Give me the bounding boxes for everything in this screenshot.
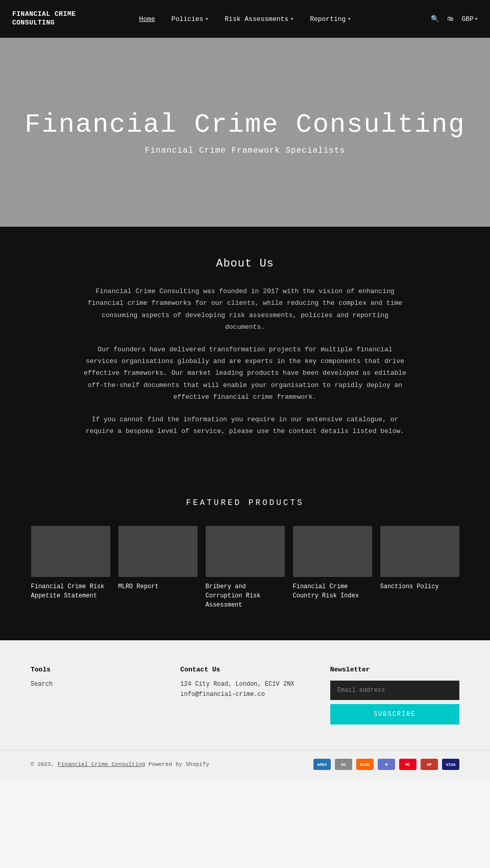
about-para-3: If you cannot find the information you r…: [82, 414, 408, 438]
nav-risk-assessments[interactable]: Risk Assessments ▾: [225, 15, 293, 23]
nav-right: 🔍 🛍 GBP ▾: [431, 15, 478, 23]
mastercard-icon: MC: [399, 759, 416, 770]
tools-search-link[interactable]: Search: [31, 681, 160, 688]
about-para-2: Our founders have delivered transformati…: [82, 344, 408, 403]
product-title-2: Bribery and Corruption Risk Assessment: [206, 582, 285, 610]
newsletter-heading: Newsletter: [330, 666, 459, 673]
search-icon[interactable]: 🔍: [431, 15, 439, 23]
copyright-text: © 2023, Financial Crime Consulting Power…: [31, 761, 209, 767]
hero-subtitle: Financial Crime Framework Specialists: [145, 146, 345, 155]
product-card-2[interactable]: Bribery and Corruption Risk Assessment: [206, 526, 285, 610]
visa-icon: VISA: [442, 759, 459, 770]
discover-icon: DISC: [356, 759, 374, 770]
reporting-chevron-icon: ▾: [348, 16, 351, 22]
footer-newsletter: Newsletter SUBSCRIBE: [330, 666, 459, 725]
nav-links: Home Policies ▾ Risk Assessments ▾ Repor…: [139, 15, 351, 23]
footer-tools: Tools Search: [31, 666, 160, 725]
about-para-1: Financial Crime Consulting was founded i…: [82, 285, 408, 333]
product-title-0: Financial Crime Risk Appetite Statement: [31, 582, 110, 600]
unionpay-icon: UP: [421, 759, 438, 770]
product-title-1: MLRO Report: [118, 582, 198, 591]
nav-home[interactable]: Home: [139, 15, 155, 23]
products-grid: Financial Crime Risk Appetite Statement …: [20, 526, 470, 610]
product-card-3[interactable]: Financial Crime Country Risk Index: [293, 526, 372, 610]
featured-heading: FEATURED PRODUCTS: [20, 498, 470, 508]
brand-logo[interactable]: FINANCIAL CRIME CONSULTING: [12, 10, 99, 28]
contact-heading: Contact Us: [180, 666, 309, 673]
hero-section: Financial Crime Consulting Financial Cri…: [0, 38, 490, 227]
product-image-3: [293, 526, 372, 577]
navbar: FINANCIAL CRIME CONSULTING Home Policies…: [0, 0, 490, 38]
product-card-1[interactable]: MLRO Report: [118, 526, 198, 610]
footer-top: Tools Search Contact Us 124 City Road, L…: [0, 640, 490, 750]
subscribe-button[interactable]: SUBSCRIBE: [330, 704, 459, 725]
product-image-0: [31, 526, 110, 577]
email-input[interactable]: [330, 681, 459, 700]
currency-chevron-icon: ▾: [475, 16, 478, 22]
tools-heading: Tools: [31, 666, 160, 673]
contact-email[interactable]: info@financial-crime.co: [180, 691, 309, 698]
footer-bottom: © 2023, Financial Crime Consulting Power…: [0, 750, 490, 778]
cart-icon[interactable]: 🛍: [447, 15, 454, 23]
amex-icon: AMEX: [313, 759, 331, 770]
contact-address: 124 City Road, London, EC1V 2NX: [180, 681, 309, 688]
payment-icons: AMEX DC DISC M MC UP VISA: [313, 759, 459, 770]
risk-chevron-icon: ▾: [290, 16, 293, 22]
product-title-3: Financial Crime Country Risk Index: [293, 582, 372, 600]
product-image-1: [118, 526, 198, 577]
product-card-4[interactable]: Sanctions Policy: [380, 526, 459, 610]
diners-icon: DC: [335, 759, 352, 770]
product-card-0[interactable]: Financial Crime Risk Appetite Statement: [31, 526, 110, 610]
nav-policies[interactable]: Policies ▾: [172, 15, 208, 23]
currency-selector[interactable]: GBP ▾: [462, 15, 478, 23]
product-title-4: Sanctions Policy: [380, 582, 459, 591]
policies-chevron-icon: ▾: [205, 16, 208, 22]
featured-section: FEATURED PRODUCTS Financial Crime Risk A…: [0, 478, 490, 640]
about-heading: About Us: [82, 257, 408, 270]
product-image-2: [206, 526, 285, 577]
maestro-icon: M: [378, 759, 395, 770]
product-image-4: [380, 526, 459, 577]
about-section: About Us Financial Crime Consulting was …: [0, 227, 490, 478]
nav-reporting[interactable]: Reporting ▾: [310, 15, 351, 23]
brand-link[interactable]: Financial Crime Consulting: [58, 761, 145, 767]
hero-title: Financial Crime Consulting: [24, 110, 465, 140]
footer-contact: Contact Us 124 City Road, London, EC1V 2…: [180, 666, 309, 725]
